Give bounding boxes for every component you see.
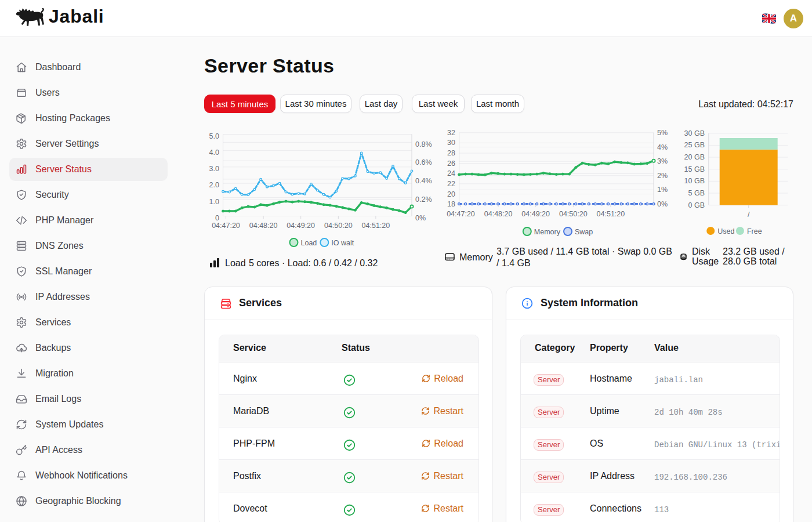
svg-text:1.0: 1.0 xyxy=(209,198,219,206)
svg-text:/: / xyxy=(748,211,750,219)
svg-text:25 GB: 25 GB xyxy=(684,141,705,149)
svg-text:5 cores · Load: 0.6 / 0.42 / 0: 5 cores · Load: 0.6 / 0.42 / 0.32 xyxy=(249,258,378,268)
svg-text:Free: Free xyxy=(747,227,762,235)
svg-text:3.7 GB used / 11.4 GB total ·: 3.7 GB used / 11.4 GB total · Swap 0.0 G… xyxy=(496,246,672,256)
svg-text:Memory: Memory xyxy=(459,252,493,262)
svg-text:10 GB: 10 GB xyxy=(684,177,705,185)
svg-text:0%: 0% xyxy=(415,214,426,222)
svg-text:Swap: Swap xyxy=(575,228,593,236)
svg-text:20: 20 xyxy=(447,190,455,198)
svg-text:18: 18 xyxy=(447,200,455,208)
svg-text:5%: 5% xyxy=(657,129,668,137)
svg-text:22: 22 xyxy=(447,180,455,188)
svg-text:0 GB: 0 GB xyxy=(688,201,705,209)
svg-text:Load: Load xyxy=(225,258,246,268)
svg-text:3%: 3% xyxy=(657,157,668,165)
svg-text:04:49:20: 04:49:20 xyxy=(287,222,315,230)
svg-text:3.0: 3.0 xyxy=(209,165,219,173)
svg-text:0.2%: 0.2% xyxy=(415,195,432,204)
svg-text:0.8%: 0.8% xyxy=(415,140,432,148)
svg-text:28: 28 xyxy=(447,149,455,157)
svg-text:Load: Load xyxy=(301,239,317,247)
svg-text:04:48:20: 04:48:20 xyxy=(484,210,513,218)
svg-text:5.0: 5.0 xyxy=(209,132,219,140)
svg-text:0%: 0% xyxy=(657,200,668,208)
svg-text:0.4%: 0.4% xyxy=(415,177,432,185)
svg-text:04:47:20: 04:47:20 xyxy=(212,222,240,230)
svg-text:04:51:20: 04:51:20 xyxy=(597,210,625,218)
svg-text:20 GB: 20 GB xyxy=(684,153,705,161)
svg-text:Disk: Disk xyxy=(692,246,710,256)
svg-text:Memory: Memory xyxy=(534,228,561,236)
svg-text:5 GB: 5 GB xyxy=(688,189,705,197)
svg-text:4.0: 4.0 xyxy=(209,148,219,157)
svg-text:IO wait: IO wait xyxy=(331,239,354,247)
svg-text:/ 1.4 GB: / 1.4 GB xyxy=(496,258,531,268)
svg-text:Used: Used xyxy=(717,227,734,235)
svg-text:23.2 GB used /: 23.2 GB used / xyxy=(723,246,785,256)
svg-text:30: 30 xyxy=(447,139,455,147)
svg-text:04:47:20: 04:47:20 xyxy=(447,210,475,218)
svg-text:1%: 1% xyxy=(657,186,668,194)
svg-text:15 GB: 15 GB xyxy=(684,165,705,173)
svg-text:04:49:20: 04:49:20 xyxy=(521,210,550,218)
svg-text:32: 32 xyxy=(447,129,455,137)
svg-text:04:51:20: 04:51:20 xyxy=(362,222,390,230)
svg-text:24: 24 xyxy=(447,169,455,177)
svg-text:2%: 2% xyxy=(657,172,668,180)
svg-text:0.6%: 0.6% xyxy=(415,158,432,166)
svg-text:2.0: 2.0 xyxy=(209,181,219,189)
svg-text:04:48:20: 04:48:20 xyxy=(249,222,278,230)
svg-text:Usage: Usage xyxy=(692,256,719,266)
svg-text:0: 0 xyxy=(215,214,219,222)
svg-text:26: 26 xyxy=(447,160,455,168)
svg-text:30 GB: 30 GB xyxy=(684,129,705,137)
svg-text:04:50:20: 04:50:20 xyxy=(324,222,353,230)
svg-text:4%: 4% xyxy=(657,143,668,151)
svg-text:28.0 GB total: 28.0 GB total xyxy=(723,256,777,266)
svg-text:04:50:20: 04:50:20 xyxy=(559,210,588,218)
